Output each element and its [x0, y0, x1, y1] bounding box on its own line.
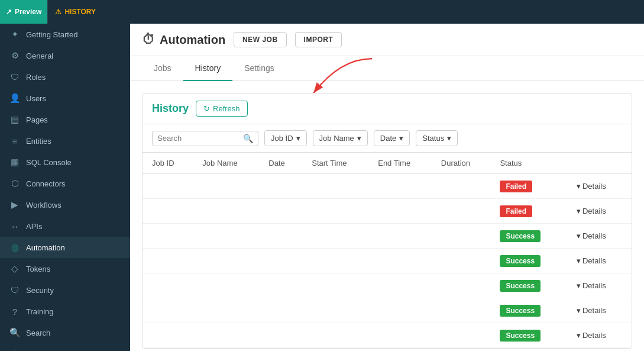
cell-duration — [432, 199, 491, 224]
filter-job-id[interactable]: Job ID ▾ — [264, 130, 307, 146]
import-button[interactable]: IMPORT — [295, 32, 342, 47]
sidebar-item-updates[interactable]: ⚠ Updates — [0, 343, 130, 351]
sidebar-icon-workflows: ▶ — [9, 199, 20, 210]
details-button[interactable]: ▾ Details — [573, 180, 610, 192]
sidebar-icon-entities: ≡ — [9, 136, 20, 146]
cell-date — [259, 298, 302, 323]
cell-duration — [432, 323, 491, 348]
details-label: Details — [582, 256, 606, 265]
col-job-id: Job ID — [143, 153, 193, 174]
details-chevron: ▾ — [577, 231, 581, 240]
cell-end-time — [368, 323, 432, 348]
content-header: ⏱ Automation NEW JOB IMPORT — [130, 24, 644, 56]
sidebar-icon-search: 🔍 — [9, 327, 20, 338]
sidebar-item-users[interactable]: 👤 Users — [0, 88, 130, 109]
sidebar-item-general[interactable]: ⚙ General — [0, 45, 130, 66]
cell-job-id — [143, 273, 193, 298]
details-button[interactable]: ▾ Details — [573, 279, 610, 292]
details-chevron: ▾ — [577, 306, 581, 315]
sidebar-icon-sql-console: ▦ — [9, 157, 20, 168]
filter-job-name[interactable]: Job Name ▾ — [313, 130, 368, 146]
cell-details: ▾ Details — [564, 249, 632, 273]
col-duration: Duration — [432, 153, 491, 174]
cell-start-time — [302, 273, 368, 298]
history-panel: History ↻ Refresh 🔍 Job ID ▾ — [142, 93, 632, 349]
status-badge: Success — [500, 330, 541, 342]
sidebar-item-tokens[interactable]: ◇ Tokens — [0, 258, 130, 279]
details-chevron: ▾ — [577, 182, 581, 191]
cell-date — [259, 323, 302, 348]
search-icon: 🔍 — [243, 134, 253, 143]
sidebar-label-getting-started: Getting Started — [26, 30, 77, 39]
history-table: Job ID Job Name Date Start Time End Time… — [143, 153, 632, 348]
sidebar-item-pages[interactable]: ▤ Pages — [0, 109, 130, 130]
details-button[interactable]: ▾ Details — [573, 230, 610, 242]
sidebar-label-security: Security — [26, 286, 54, 295]
col-status: Status — [490, 153, 564, 174]
sidebar-icon-connectors: ⬡ — [9, 178, 20, 189]
new-job-button[interactable]: NEW JOB — [234, 32, 287, 47]
sidebar-item-roles[interactable]: 🛡 Roles — [0, 66, 130, 88]
preview-button[interactable]: ↗ Preview — [0, 0, 47, 24]
sidebar-item-automation[interactable]: ◎ Automation — [0, 237, 130, 258]
details-button[interactable]: ▾ Details — [573, 304, 610, 317]
cell-date — [259, 224, 302, 249]
sidebar-item-apis[interactable]: ↔ APIs — [0, 215, 130, 237]
refresh-button[interactable]: ↻ Refresh — [196, 101, 248, 117]
status-badge: Success — [500, 230, 541, 242]
sidebar-item-getting-started[interactable]: ✦ Getting Started — [0, 24, 130, 45]
filter-status[interactable]: Status ▾ — [416, 130, 458, 146]
details-button[interactable]: ▾ Details — [573, 205, 610, 217]
sidebar-item-sql-console[interactable]: ▦ SQL Console — [0, 152, 130, 173]
details-button[interactable]: ▾ Details — [573, 255, 610, 267]
sidebar-icon-automation: ◎ — [9, 242, 20, 253]
sidebar-icon-security: 🛡 — [9, 285, 20, 295]
cell-duration — [432, 174, 491, 199]
job-id-label: Job ID — [271, 134, 293, 143]
tab-history[interactable]: History — [183, 56, 233, 81]
table-row: Success ▾ Details — [143, 249, 632, 273]
col-date: Date — [259, 153, 302, 174]
tab-jobs[interactable]: Jobs — [142, 56, 183, 81]
cell-job-name — [193, 174, 259, 199]
cell-job-id — [143, 249, 193, 273]
sidebar-item-security[interactable]: 🛡 Security — [0, 279, 130, 301]
table-row: Failed ▾ Details — [143, 199, 632, 224]
sidebar-item-training[interactable]: ? Training — [0, 301, 130, 322]
cell-status: Success — [490, 298, 564, 323]
cell-details: ▾ Details — [564, 273, 632, 298]
cell-job-id — [143, 199, 193, 224]
sidebar-item-entities[interactable]: ≡ Entities — [0, 130, 130, 152]
warning-icon: ⚠ — [55, 8, 62, 16]
col-actions — [564, 153, 632, 174]
search-input[interactable] — [157, 134, 240, 143]
status-badge: Success — [500, 305, 541, 317]
status-badge: Success — [500, 280, 541, 292]
cell-job-id — [143, 174, 193, 199]
job-name-chevron: ▾ — [357, 134, 361, 143]
page-title-text: Automation — [160, 33, 225, 47]
sidebar-item-workflows[interactable]: ▶ Workflows — [0, 194, 130, 215]
status-badge: Failed — [500, 205, 532, 217]
sidebar-icon-roles: 🛡 — [9, 72, 20, 82]
sidebar-item-search[interactable]: 🔍 Search — [0, 322, 130, 343]
filter-date[interactable]: Date ▾ — [374, 130, 410, 146]
sidebar-label-pages: Pages — [26, 115, 48, 124]
cell-status: Failed — [490, 199, 564, 224]
cell-start-time — [302, 298, 368, 323]
cell-status: Failed — [490, 174, 564, 199]
history-tab-topbar[interactable]: ⚠ HISTORY — [47, 0, 103, 24]
cell-status: Success — [490, 249, 564, 273]
details-button[interactable]: ▾ Details — [573, 329, 610, 342]
cell-date — [259, 249, 302, 273]
preview-icon: ↗ — [6, 8, 12, 16]
cell-details: ▾ Details — [564, 174, 632, 199]
table-body: Failed ▾ Details Failed ▾ Details — [143, 174, 632, 348]
cell-job-name — [193, 199, 259, 224]
sidebar-item-connectors[interactable]: ⬡ Connectors — [0, 173, 130, 194]
cell-duration — [432, 249, 491, 273]
table-header: Job ID Job Name Date Start Time End Time… — [143, 153, 632, 174]
cell-job-id — [143, 323, 193, 348]
cell-duration — [432, 298, 491, 323]
tab-settings[interactable]: Settings — [232, 56, 286, 81]
